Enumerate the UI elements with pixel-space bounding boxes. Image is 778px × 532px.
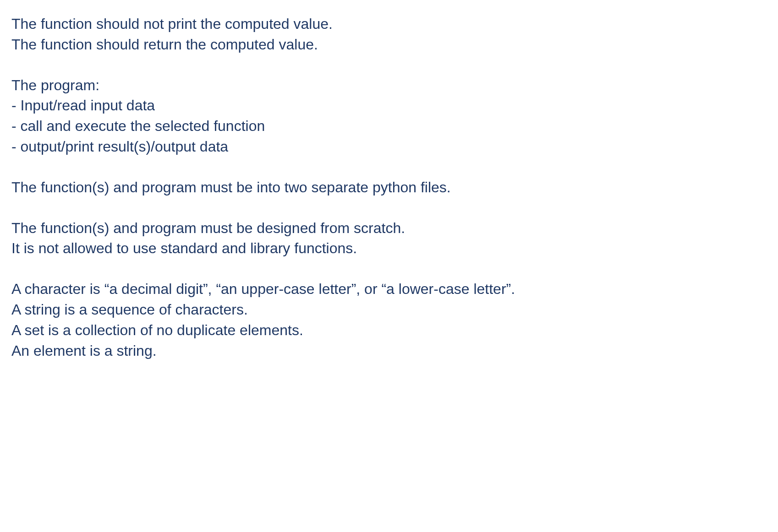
text-line: - output/print result(s)/output data (11, 136, 767, 157)
text-line: The function should return the computed … (11, 34, 767, 55)
text-line: It is not allowed to use standard and li… (11, 238, 767, 259)
paragraph-1: The function should not print the comput… (11, 14, 767, 55)
text-line: The program: (11, 75, 767, 96)
text-line: An element is a string. (11, 341, 767, 361)
text-line: A string is a sequence of characters. (11, 299, 767, 320)
text-line: The function(s) and program must be desi… (11, 218, 767, 239)
paragraph-4: The function(s) and program must be desi… (11, 218, 767, 259)
text-line: A character is “a decimal digit”, “an up… (11, 279, 767, 299)
text-line: - Input/read input data (11, 95, 767, 116)
text-line: The function(s) and program must be into… (11, 177, 767, 198)
paragraph-3: The function(s) and program must be into… (11, 177, 767, 198)
text-line: - call and execute the selected function (11, 116, 767, 136)
text-line: The function should not print the comput… (11, 14, 767, 34)
paragraph-2: The program: - Input/read input data - c… (11, 75, 767, 157)
text-line: A set is a collection of no duplicate el… (11, 320, 767, 341)
paragraph-5: A character is “a decimal digit”, “an up… (11, 279, 767, 361)
